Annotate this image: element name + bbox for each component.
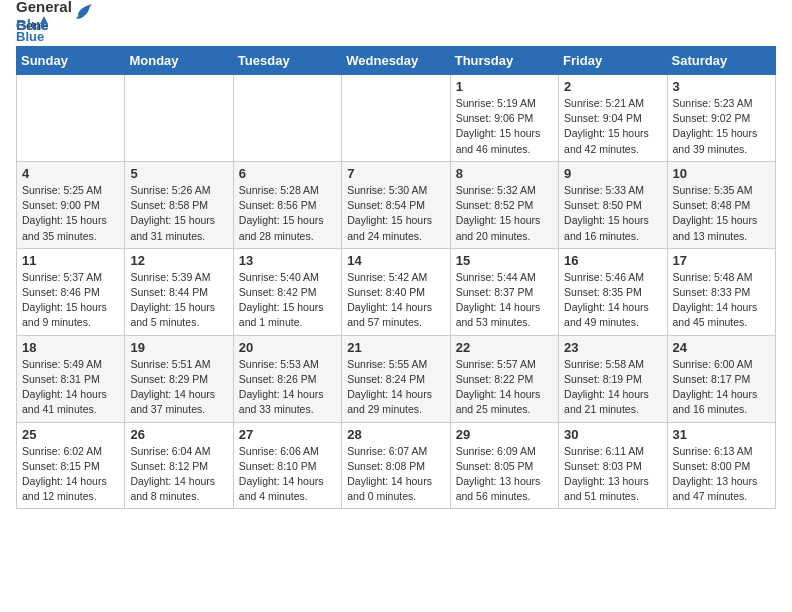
calendar-cell: 19Sunrise: 5:51 AM Sunset: 8:29 PM Dayli… bbox=[125, 335, 233, 422]
day-info: Sunrise: 5:21 AM Sunset: 9:04 PM Dayligh… bbox=[564, 96, 661, 157]
day-number: 29 bbox=[456, 427, 553, 442]
day-info: Sunrise: 5:51 AM Sunset: 8:29 PM Dayligh… bbox=[130, 357, 227, 418]
day-info: Sunrise: 5:32 AM Sunset: 8:52 PM Dayligh… bbox=[456, 183, 553, 244]
calendar-week-row: 25Sunrise: 6:02 AM Sunset: 8:15 PM Dayli… bbox=[17, 422, 776, 509]
calendar-cell: 12Sunrise: 5:39 AM Sunset: 8:44 PM Dayli… bbox=[125, 248, 233, 335]
calendar-cell: 16Sunrise: 5:46 AM Sunset: 8:35 PM Dayli… bbox=[559, 248, 667, 335]
day-number: 12 bbox=[130, 253, 227, 268]
calendar-cell: 31Sunrise: 6:13 AM Sunset: 8:00 PM Dayli… bbox=[667, 422, 775, 509]
calendar-cell: 1Sunrise: 5:19 AM Sunset: 9:06 PM Daylig… bbox=[450, 75, 558, 162]
day-info: Sunrise: 5:58 AM Sunset: 8:19 PM Dayligh… bbox=[564, 357, 661, 418]
day-info: Sunrise: 5:30 AM Sunset: 8:54 PM Dayligh… bbox=[347, 183, 444, 244]
calendar-cell: 23Sunrise: 5:58 AM Sunset: 8:19 PM Dayli… bbox=[559, 335, 667, 422]
calendar-table: SundayMondayTuesdayWednesdayThursdayFrid… bbox=[16, 46, 776, 509]
day-info: Sunrise: 5:35 AM Sunset: 8:48 PM Dayligh… bbox=[673, 183, 770, 244]
day-number: 28 bbox=[347, 427, 444, 442]
day-info: Sunrise: 6:06 AM Sunset: 8:10 PM Dayligh… bbox=[239, 444, 336, 505]
calendar-cell: 17Sunrise: 5:48 AM Sunset: 8:33 PM Dayli… bbox=[667, 248, 775, 335]
logo: General Blue General Blue bbox=[16, 16, 96, 34]
calendar-cell: 2Sunrise: 5:21 AM Sunset: 9:04 PM Daylig… bbox=[559, 75, 667, 162]
weekday-header-saturday: Saturday bbox=[667, 47, 775, 75]
calendar-cell: 18Sunrise: 5:49 AM Sunset: 8:31 PM Dayli… bbox=[17, 335, 125, 422]
calendar-week-row: 4Sunrise: 5:25 AM Sunset: 9:00 PM Daylig… bbox=[17, 161, 776, 248]
day-info: Sunrise: 6:11 AM Sunset: 8:03 PM Dayligh… bbox=[564, 444, 661, 505]
calendar-cell: 20Sunrise: 5:53 AM Sunset: 8:26 PM Dayli… bbox=[233, 335, 341, 422]
calendar-cell: 14Sunrise: 5:42 AM Sunset: 8:40 PM Dayli… bbox=[342, 248, 450, 335]
day-number: 17 bbox=[673, 253, 770, 268]
logo-bird-icon bbox=[74, 0, 96, 22]
day-number: 14 bbox=[347, 253, 444, 268]
day-number: 9 bbox=[564, 166, 661, 181]
day-info: Sunrise: 6:00 AM Sunset: 8:17 PM Dayligh… bbox=[673, 357, 770, 418]
day-number: 6 bbox=[239, 166, 336, 181]
calendar-week-row: 1Sunrise: 5:19 AM Sunset: 9:06 PM Daylig… bbox=[17, 75, 776, 162]
day-number: 4 bbox=[22, 166, 119, 181]
day-info: Sunrise: 5:25 AM Sunset: 9:00 PM Dayligh… bbox=[22, 183, 119, 244]
day-info: Sunrise: 5:33 AM Sunset: 8:50 PM Dayligh… bbox=[564, 183, 661, 244]
day-number: 1 bbox=[456, 79, 553, 94]
calendar-cell: 3Sunrise: 5:23 AM Sunset: 9:02 PM Daylig… bbox=[667, 75, 775, 162]
day-info: Sunrise: 5:19 AM Sunset: 9:06 PM Dayligh… bbox=[456, 96, 553, 157]
calendar-cell: 8Sunrise: 5:32 AM Sunset: 8:52 PM Daylig… bbox=[450, 161, 558, 248]
day-number: 26 bbox=[130, 427, 227, 442]
calendar-cell: 26Sunrise: 6:04 AM Sunset: 8:12 PM Dayli… bbox=[125, 422, 233, 509]
day-number: 21 bbox=[347, 340, 444, 355]
day-number: 18 bbox=[22, 340, 119, 355]
calendar-cell: 30Sunrise: 6:11 AM Sunset: 8:03 PM Dayli… bbox=[559, 422, 667, 509]
calendar-cell: 25Sunrise: 6:02 AM Sunset: 8:15 PM Dayli… bbox=[17, 422, 125, 509]
calendar-week-row: 11Sunrise: 5:37 AM Sunset: 8:46 PM Dayli… bbox=[17, 248, 776, 335]
day-info: Sunrise: 6:09 AM Sunset: 8:05 PM Dayligh… bbox=[456, 444, 553, 505]
day-number: 25 bbox=[22, 427, 119, 442]
calendar-week-row: 18Sunrise: 5:49 AM Sunset: 8:31 PM Dayli… bbox=[17, 335, 776, 422]
day-info: Sunrise: 5:40 AM Sunset: 8:42 PM Dayligh… bbox=[239, 270, 336, 331]
day-info: Sunrise: 5:46 AM Sunset: 8:35 PM Dayligh… bbox=[564, 270, 661, 331]
day-info: Sunrise: 6:13 AM Sunset: 8:00 PM Dayligh… bbox=[673, 444, 770, 505]
day-number: 19 bbox=[130, 340, 227, 355]
calendar-cell bbox=[125, 75, 233, 162]
day-info: Sunrise: 5:44 AM Sunset: 8:37 PM Dayligh… bbox=[456, 270, 553, 331]
calendar-cell: 10Sunrise: 5:35 AM Sunset: 8:48 PM Dayli… bbox=[667, 161, 775, 248]
calendar-cell: 28Sunrise: 6:07 AM Sunset: 8:08 PM Dayli… bbox=[342, 422, 450, 509]
calendar-cell: 11Sunrise: 5:37 AM Sunset: 8:46 PM Dayli… bbox=[17, 248, 125, 335]
page-header: General Blue General Blue bbox=[16, 16, 776, 34]
weekday-header-sunday: Sunday bbox=[17, 47, 125, 75]
calendar-cell: 5Sunrise: 5:26 AM Sunset: 8:58 PM Daylig… bbox=[125, 161, 233, 248]
day-number: 31 bbox=[673, 427, 770, 442]
calendar-cell: 27Sunrise: 6:06 AM Sunset: 8:10 PM Dayli… bbox=[233, 422, 341, 509]
weekday-header-monday: Monday bbox=[125, 47, 233, 75]
calendar-cell: 15Sunrise: 5:44 AM Sunset: 8:37 PM Dayli… bbox=[450, 248, 558, 335]
day-number: 16 bbox=[564, 253, 661, 268]
day-number: 8 bbox=[456, 166, 553, 181]
calendar-cell: 6Sunrise: 5:28 AM Sunset: 8:56 PM Daylig… bbox=[233, 161, 341, 248]
day-number: 13 bbox=[239, 253, 336, 268]
weekday-header-tuesday: Tuesday bbox=[233, 47, 341, 75]
day-number: 22 bbox=[456, 340, 553, 355]
calendar-cell bbox=[342, 75, 450, 162]
weekday-header-thursday: Thursday bbox=[450, 47, 558, 75]
calendar-cell: 29Sunrise: 6:09 AM Sunset: 8:05 PM Dayli… bbox=[450, 422, 558, 509]
calendar-header-row: SundayMondayTuesdayWednesdayThursdayFrid… bbox=[17, 47, 776, 75]
day-info: Sunrise: 6:07 AM Sunset: 8:08 PM Dayligh… bbox=[347, 444, 444, 505]
calendar-cell bbox=[17, 75, 125, 162]
day-number: 3 bbox=[673, 79, 770, 94]
day-info: Sunrise: 5:26 AM Sunset: 8:58 PM Dayligh… bbox=[130, 183, 227, 244]
day-info: Sunrise: 5:28 AM Sunset: 8:56 PM Dayligh… bbox=[239, 183, 336, 244]
logo-general: General bbox=[16, 0, 72, 16]
day-info: Sunrise: 5:53 AM Sunset: 8:26 PM Dayligh… bbox=[239, 357, 336, 418]
day-number: 20 bbox=[239, 340, 336, 355]
day-info: Sunrise: 5:42 AM Sunset: 8:40 PM Dayligh… bbox=[347, 270, 444, 331]
calendar-cell: 4Sunrise: 5:25 AM Sunset: 9:00 PM Daylig… bbox=[17, 161, 125, 248]
calendar-cell: 21Sunrise: 5:55 AM Sunset: 8:24 PM Dayli… bbox=[342, 335, 450, 422]
day-info: Sunrise: 5:49 AM Sunset: 8:31 PM Dayligh… bbox=[22, 357, 119, 418]
day-info: Sunrise: 5:55 AM Sunset: 8:24 PM Dayligh… bbox=[347, 357, 444, 418]
day-number: 7 bbox=[347, 166, 444, 181]
day-number: 27 bbox=[239, 427, 336, 442]
weekday-header-friday: Friday bbox=[559, 47, 667, 75]
day-info: Sunrise: 5:48 AM Sunset: 8:33 PM Dayligh… bbox=[673, 270, 770, 331]
day-info: Sunrise: 6:02 AM Sunset: 8:15 PM Dayligh… bbox=[22, 444, 119, 505]
day-info: Sunrise: 5:39 AM Sunset: 8:44 PM Dayligh… bbox=[130, 270, 227, 331]
day-number: 2 bbox=[564, 79, 661, 94]
day-number: 30 bbox=[564, 427, 661, 442]
calendar-cell: 9Sunrise: 5:33 AM Sunset: 8:50 PM Daylig… bbox=[559, 161, 667, 248]
day-number: 11 bbox=[22, 253, 119, 268]
